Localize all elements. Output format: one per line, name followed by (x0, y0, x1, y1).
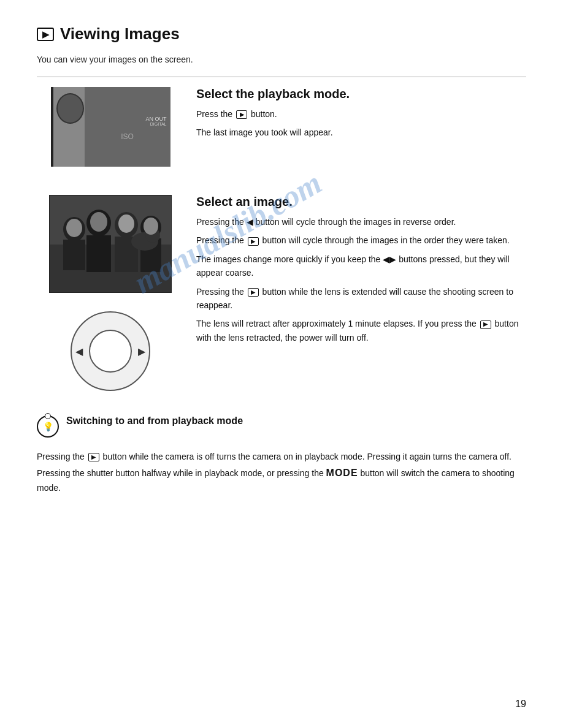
group-photo-svg (50, 195, 172, 293)
tip-heading: Switching to and from playback mode (66, 415, 243, 427)
tip-playback-btn: ▶ (88, 453, 99, 461)
step1-playback-btn: ▶ (236, 110, 247, 119)
title-row: ▶ Viewing Images (37, 25, 526, 44)
page-title: Viewing Images (60, 25, 180, 44)
group-photo-inner (50, 195, 171, 292)
step2-playback-btn: ▶ (248, 288, 259, 297)
step1-content: Select the playback mode. Press the ▶ bu… (184, 87, 526, 167)
step2-section: ◀ ▶ Select an image. Pressing the ◀ butt… (37, 185, 526, 391)
step2-para2-start: Pressing the (196, 235, 244, 245)
step2-para2: Pressing the ▶ button will cycle through… (196, 233, 526, 247)
step1-line2: The last image you took will appear. (196, 126, 526, 139)
step1-image-col: AN OUT DIGITAL ISO (37, 87, 184, 167)
right-arrow-icon: ▶ (138, 346, 145, 357)
step2-para5-start: The lens will retract after approximatel… (196, 319, 477, 328)
tip-icon: 💡 (37, 415, 59, 438)
svg-point-15 (144, 218, 158, 235)
svg-point-14 (118, 214, 134, 233)
svg-rect-5 (86, 235, 111, 272)
step2-text: Pressing the ◀ button will cycle through… (196, 215, 526, 344)
tip-section: 💡 Switching to and from playback mode (37, 409, 526, 438)
step2-content: Select an image. Pressing the ◀ button w… (184, 195, 526, 349)
camera-image: AN OUT DIGITAL ISO (51, 87, 170, 167)
step2-para3: The images change more quickly if you ke… (196, 252, 526, 280)
step2-para4-start: Pressing the (196, 287, 244, 297)
group-photo (49, 195, 172, 293)
nav-wheel-inner (89, 330, 132, 373)
tip-body-text: Pressing the ▶ button while the camera i… (37, 450, 526, 496)
step1-heading: Select the playback mode. (196, 87, 526, 101)
step1-line1-start: Press the (196, 109, 232, 119)
left-arrow-icon: ◀ (75, 346, 83, 357)
page-number: 19 (515, 699, 526, 710)
svg-point-13 (90, 212, 107, 232)
subtitle-text: You can view your images on the screen. (37, 55, 526, 64)
mode-label: MODE (326, 468, 358, 478)
step1-text: Press the ▶ button. The last image you t… (196, 107, 526, 140)
step2-para1: Pressing the ◀ button will cycle through… (196, 215, 526, 229)
step2-para4: Pressing the ▶ button while the lens is … (196, 285, 526, 313)
playback-icon: ▶ (37, 28, 54, 41)
step2-para5: The lens will retract after approximatel… (196, 317, 526, 344)
nav-wheel: ◀ ▶ (71, 311, 150, 391)
page: manualslib.com ▶ Viewing Images You can … (0, 0, 563, 728)
step2-heading: Select an image. (196, 195, 526, 209)
step2-para2-end: button will cycle through the images in … (262, 235, 510, 245)
step2-para4-end: button while the lens is extended will c… (196, 287, 513, 310)
camera-screen: AN OUT DIGITAL ISO (85, 87, 170, 167)
step1-section: AN OUT DIGITAL ISO Select the playback m… (37, 77, 526, 167)
step2-image-col: ◀ ▶ (37, 195, 184, 391)
step2-para5-btn: ▶ (480, 320, 491, 329)
camera-dial (56, 93, 84, 124)
svg-point-12 (66, 219, 82, 237)
step1-line1-end: button. (251, 109, 277, 119)
svg-rect-3 (63, 240, 85, 270)
step2-right-btn: ▶ (248, 237, 259, 246)
